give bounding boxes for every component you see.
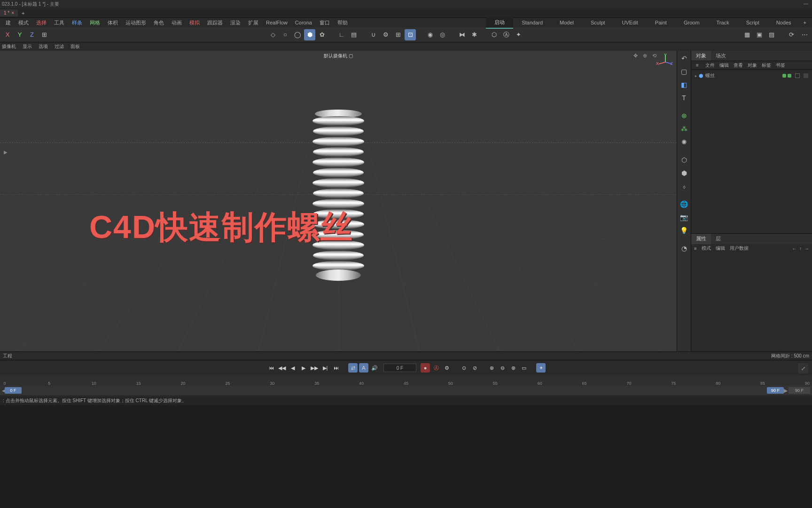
target-icon[interactable]: ◉ [424, 29, 436, 40]
timeline-zoom-icon[interactable]: ⤢ [798, 363, 808, 373]
gear-icon[interactable]: ✿ [316, 29, 328, 40]
attr-menu-icon[interactable]: ≡ [694, 246, 697, 251]
layout-paint[interactable]: Paint [647, 18, 675, 27]
cylinder-icon[interactable]: ◯ [292, 29, 303, 40]
play-icon[interactable]: ▶ [299, 363, 308, 373]
expand-icon[interactable]: ▸ [695, 74, 697, 78]
editor-vis-toggle[interactable] [782, 74, 786, 78]
cube-icon[interactable]: ◇ [267, 29, 279, 40]
menu-select[interactable]: 选择 [32, 18, 50, 27]
tag-slot[interactable] [804, 73, 808, 78]
layer-swatch[interactable] [795, 73, 800, 78]
document-tab[interactable]: 1 * × [0, 9, 18, 16]
key-s-icon[interactable]: ⊖ [498, 363, 507, 373]
more-icon[interactable]: ⋯ [799, 29, 810, 40]
xray-icon[interactable]: ✦ [513, 29, 524, 40]
render-icon[interactable]: ▨ [766, 29, 777, 40]
nav-up-icon[interactable]: ↑ [799, 246, 802, 251]
sound-icon[interactable]: 🔊 [370, 363, 379, 373]
array-icon[interactable]: ⊛ [679, 110, 690, 121]
menu-volume[interactable]: 体积 [104, 18, 122, 27]
menu-corona[interactable]: Corona [291, 19, 316, 26]
axis-y-button[interactable]: Y [14, 29, 25, 40]
close-icon[interactable]: × [11, 10, 14, 16]
cube-primitive-icon[interactable]: ◧ [679, 79, 690, 90]
light-icon[interactable]: 💡 [679, 225, 690, 236]
menu-mode[interactable]: 模式 [15, 18, 32, 27]
object-row[interactable]: ▸ ⬢ 螺丝 [693, 71, 810, 80]
attr-menu-edit[interactable]: 编辑 [716, 245, 725, 252]
globe-icon[interactable]: 🌐 [679, 198, 690, 210]
record-icon[interactable]: ● [421, 363, 430, 373]
material-icon[interactable]: ◔ [679, 243, 690, 254]
layout-script[interactable]: Script [738, 18, 768, 27]
nav-fwd-icon[interactable]: → [804, 246, 809, 251]
effector-icon[interactable]: ✺ [679, 136, 690, 148]
coord-system-button[interactable]: ⊞ [39, 29, 50, 40]
obj-menu-file[interactable]: 文件 [705, 62, 715, 69]
menu-file[interactable]: 建 [2, 18, 15, 27]
vp-filter-menu[interactable]: 过滤 [55, 43, 64, 50]
viewport[interactable]: 默认摄像机 ▢ YXZ ✥ ⊕ ⟲ ▶ C4D快速制作螺丝 [0, 51, 677, 351]
object-name[interactable]: 螺丝 [705, 72, 715, 79]
axis-x-button[interactable]: X [2, 29, 13, 40]
quantize-icon[interactable]: ⊡ [405, 29, 416, 40]
render-view-icon[interactable]: ▣ [754, 29, 765, 40]
goto-start-icon[interactable]: ⏮ [266, 363, 276, 373]
circle-icon[interactable]: ◎ [437, 29, 448, 40]
add-layout-button[interactable]: + [800, 19, 810, 26]
attr-menu-mode[interactable]: 模式 [702, 245, 711, 252]
prev-key-icon[interactable]: ◀◀ [277, 363, 287, 373]
refresh-icon[interactable]: ⟳ [786, 29, 797, 40]
key-r-icon[interactable]: ⊗ [508, 363, 518, 373]
timeline-ruler[interactable]: 051015202530354045505560657075808590 [0, 375, 812, 386]
menu-mograph[interactable]: 运动图形 [122, 18, 150, 27]
menu-simulate[interactable]: 模拟 [186, 18, 203, 27]
symmetry-settings-icon[interactable]: ✱ [468, 29, 480, 40]
layers-icon[interactable]: ▤ [348, 29, 359, 40]
text-icon[interactable]: T [679, 92, 690, 103]
key-settings-icon[interactable]: ⚙ [442, 363, 452, 373]
layout-model[interactable]: Model [551, 18, 582, 27]
obj-menu-tags[interactable]: 标签 [762, 62, 771, 69]
zoom-icon[interactable]: ⊕ [643, 53, 650, 60]
vp-camera-menu[interactable]: 摄像机 [2, 43, 16, 50]
timeline-start-handle[interactable]: 0 F [5, 387, 22, 394]
layout-standard[interactable]: Standard [513, 18, 551, 27]
menu-character[interactable]: 角色 [150, 18, 168, 27]
sphere-icon[interactable]: ○ [280, 29, 291, 40]
cloner-icon[interactable]: ⁂ [679, 123, 690, 135]
key-pos-icon[interactable]: ⊙ [459, 363, 468, 373]
nav-back-icon[interactable]: ← [792, 246, 796, 251]
layout-uvedit[interactable]: UVEdit [614, 18, 647, 27]
autokey-icon[interactable]: A [359, 363, 368, 373]
tab-objects[interactable]: 对象 [691, 51, 711, 61]
minimize-icon[interactable]: — [804, 1, 808, 6]
vp-display-menu[interactable]: 显示 [23, 43, 32, 50]
key-rot-icon[interactable]: ⊘ [470, 363, 479, 373]
obj-menu-objects[interactable]: 对象 [748, 62, 757, 69]
add-tab-button[interactable]: + [18, 9, 28, 17]
goto-end-icon[interactable]: ⏭ [331, 363, 341, 373]
render-vis-toggle[interactable] [788, 74, 791, 78]
obj-menu-edit[interactable]: 编辑 [719, 62, 729, 69]
key-pla-icon[interactable]: ▭ [519, 363, 529, 373]
magnet-icon[interactable]: ∪ [368, 29, 379, 40]
deformer-icon[interactable]: ⬡ [679, 154, 690, 166]
tab-attributes[interactable]: 属性 [691, 234, 711, 244]
menu-tools[interactable]: 工具 [50, 18, 68, 27]
key-all-icon[interactable]: ✦ [536, 363, 546, 373]
timeline-end-handle[interactable]: 90 F [767, 387, 784, 394]
obj-menu-bookmarks[interactable]: 书签 [776, 62, 785, 69]
menu-icon[interactable]: ≡ [694, 62, 701, 69]
object-tree[interactable]: ▸ ⬢ 螺丝 [691, 70, 812, 233]
prev-frame-icon[interactable]: ◀ [288, 363, 297, 373]
axis-z-button[interactable]: Z [26, 29, 38, 40]
current-frame-field[interactable]: 0 F [383, 364, 416, 372]
history-icon[interactable]: ↶ [679, 53, 690, 64]
menu-animate[interactable]: 动画 [168, 18, 186, 27]
volume-icon[interactable]: ⬨ [679, 181, 690, 192]
snap-settings-icon[interactable]: ⚙ [380, 29, 391, 40]
tab-layers[interactable]: 层 [711, 234, 726, 244]
layout-startup[interactable]: 启动 [486, 17, 513, 29]
